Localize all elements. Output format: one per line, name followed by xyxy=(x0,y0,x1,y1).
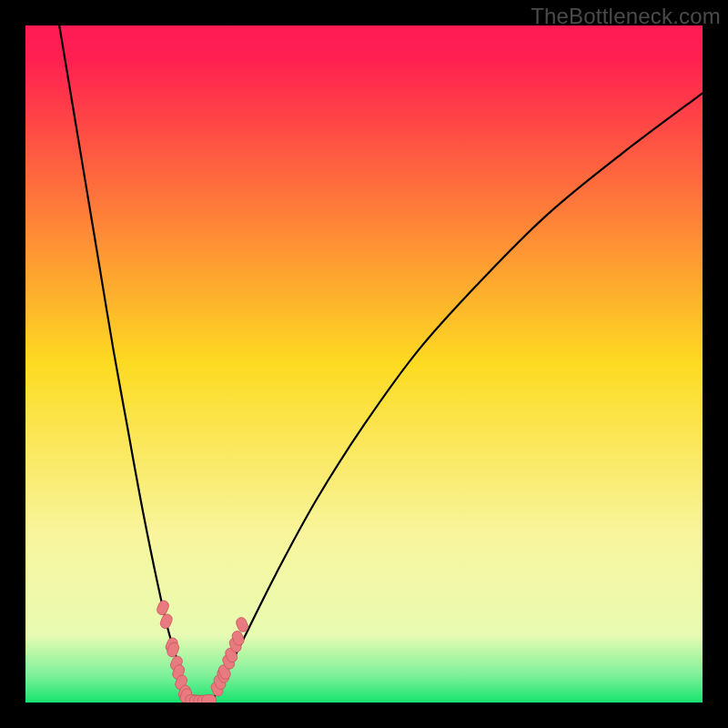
left-curve xyxy=(59,25,191,703)
data-marker xyxy=(159,612,174,630)
right-curve xyxy=(212,93,703,703)
chart-frame: TheBottleneck.com xyxy=(0,0,728,728)
data-markers xyxy=(156,599,249,703)
plot-area xyxy=(25,25,703,703)
watermark-text: TheBottleneck.com xyxy=(531,4,721,29)
data-marker xyxy=(202,695,217,703)
curves-layer xyxy=(25,25,703,703)
data-marker xyxy=(156,599,170,616)
